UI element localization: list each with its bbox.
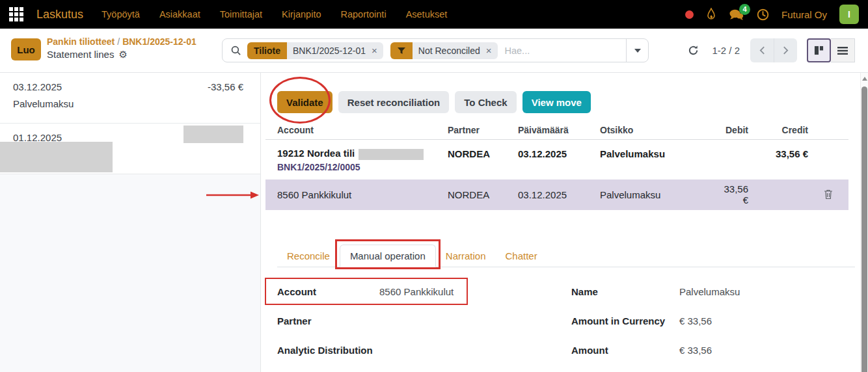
menu-kirjanpito[interactable]: Kirjanpito (282, 9, 321, 20)
row2-partner: NORDEA (448, 189, 518, 200)
header-partner: Partner (448, 125, 518, 135)
statement-lines-list: 03.12.2025 -33,56 € Palvelumaksu 01.12.2… (0, 73, 261, 372)
search-bar[interactable]: Tiliote BNK1/2025-12-01 × Not Reconciled… (222, 38, 649, 62)
header-credit: Credit (748, 125, 808, 135)
move-lines-table: Account Partner Päivämäärä Otsikko Debit… (265, 118, 848, 210)
statement-line-date: 03.12.2025 (13, 81, 62, 92)
tab-manual-operation-label: Manual operation (350, 250, 426, 261)
facet-tiliote-value: BNK1/2025-12-01 (293, 46, 366, 56)
facet-tiliote-label: Tiliote (247, 42, 287, 59)
search-facet-tiliote: Tiliote BNK1/2025-12-01 × (247, 42, 383, 59)
company-name[interactable]: Futural Oy (781, 9, 827, 20)
page-subtitle: Statement lines (47, 49, 114, 60)
row1-credit: 33,56 € (748, 148, 808, 159)
create-button[interactable]: Luo (11, 38, 41, 60)
name-label: Name (571, 286, 679, 297)
menu-asetukset[interactable]: Asetukset (406, 9, 448, 20)
analytic-distribution-label: Analytic Distribution (277, 345, 379, 356)
row2-account: 8560 Pankkikulut (277, 189, 448, 200)
account-field-row: Account 8560 Pankkikulut (277, 277, 571, 306)
header-debit: Debit (717, 125, 748, 135)
activities-clock-icon[interactable] (757, 8, 769, 21)
move-reference-link[interactable]: BNK1/2025/12/0005 (265, 162, 848, 176)
user-avatar[interactable]: I (839, 5, 859, 24)
table-row-selected[interactable]: 8560 Pankkikulut NORDEA 03.12.2025 Palve… (265, 179, 848, 210)
menu-toimittajat[interactable]: Toimittajat (220, 9, 262, 20)
delete-line-icon[interactable] (808, 189, 848, 200)
redacted-block (359, 149, 424, 160)
account-field[interactable]: 8560 Pankkikulut (379, 286, 454, 297)
gear-icon[interactable]: ⚙ (118, 49, 127, 59)
manual-operation-form: Account 8560 Pankkikulut Partner Analyti… (277, 277, 868, 365)
vertical-scrollbar (860, 73, 868, 372)
account-label: Account (277, 286, 379, 297)
facet-filter-remove-icon[interactable]: × (486, 46, 492, 55)
redacted-block (0, 142, 113, 172)
search-dropdown-toggle[interactable] (626, 39, 648, 62)
statement-line-label: Palvelumaksu (13, 98, 243, 109)
header-date: Päivämäärä (518, 125, 600, 135)
header-account: Account (277, 125, 448, 135)
view-move-button[interactable]: View move (522, 91, 591, 113)
tab-narration[interactable]: Narration (436, 245, 496, 267)
validate-label: Validate (286, 97, 323, 108)
messages-badge: 4 (739, 4, 750, 15)
amount-in-currency-label: Amount in Currency (571, 315, 679, 326)
partner-field-row: Partner (277, 306, 571, 336)
validate-button[interactable]: Validate (277, 91, 332, 113)
pager-next-button[interactable] (774, 38, 797, 62)
filter-funnel-icon (390, 42, 413, 59)
row1-label: Palvelumaksu (600, 148, 717, 159)
menu-tyopoyta[interactable]: Työpöytä (102, 9, 140, 20)
app-name[interactable]: Laskutus (36, 8, 83, 21)
name-field[interactable]: Palvelumaksu (679, 286, 740, 297)
view-switcher (807, 38, 855, 62)
menu-asiakkaat[interactable]: Asiakkaat (159, 9, 200, 20)
breadcrumb-current[interactable]: BNK1/2025-12-01 (122, 36, 197, 47)
refresh-icon[interactable] (688, 45, 699, 56)
action-buttons: Validate Reset reconciliation To Check V… (277, 91, 868, 113)
facet-filter-value: Not Reconciled (418, 46, 480, 56)
to-check-button[interactable]: To Check (455, 91, 516, 113)
row2-label: Palvelumaksu (600, 189, 717, 200)
amount-currency-field-row: Amount in Currency € 33,56 (571, 306, 868, 336)
pager-previous-button[interactable] (750, 38, 774, 62)
top-nav-bar: Laskutus Työpöytä Asiakkaat Toimittajat … (0, 0, 868, 29)
tab-manual-operation[interactable]: Manual operation (340, 245, 436, 267)
reset-reconciliation-button[interactable]: Reset reconciliation (338, 91, 450, 113)
breadcrumb-parent[interactable]: Pankin tiliotteet (47, 36, 115, 47)
scrollbar-thumb[interactable] (861, 86, 867, 372)
search-icon (230, 45, 241, 56)
row1-date: 03.12.2025 (518, 148, 600, 159)
menu-raportointi[interactable]: Raportointi (341, 9, 387, 20)
header-label: Otsikko (600, 125, 717, 135)
search-facet-filter: Not Reconciled × (390, 42, 498, 59)
search-input[interactable]: Hae... (505, 46, 530, 56)
amount-field-row: Amount € 33,56 (571, 336, 868, 365)
statement-line-amount: -33,56 € (208, 81, 243, 92)
tab-chatter[interactable]: Chatter (496, 245, 547, 267)
facet-tiliote-remove-icon[interactable]: × (372, 46, 377, 55)
kanban-view-icon[interactable] (807, 38, 831, 62)
row1-partner: NORDEA (448, 148, 518, 159)
row2-date: 03.12.2025 (518, 189, 600, 200)
table-row[interactable]: 19212 Nordea tili NORDEA 03.12.2025 Palv… (265, 140, 848, 160)
list-view-icon[interactable] (831, 38, 855, 62)
amount-label: Amount (571, 345, 679, 356)
apps-grid-icon[interactable] (9, 7, 23, 21)
amount-in-currency-field[interactable]: € 33,56 (679, 315, 712, 326)
breadcrumb-separator: / (115, 36, 122, 47)
main-menu: Työpöytä Asiakkaat Toimittajat Kirjanpit… (102, 9, 447, 20)
tab-reconcile[interactable]: Reconcile (277, 245, 340, 267)
table-header-row: Account Partner Päivämäärä Otsikko Debit… (265, 118, 848, 140)
scrollbar-up-arrow-icon[interactable] (862, 77, 867, 81)
amount-field[interactable]: € 33,56 (679, 345, 712, 356)
redacted-block (183, 126, 243, 143)
flame-icon[interactable] (706, 8, 716, 21)
partner-label: Partner (277, 315, 379, 326)
list-item[interactable]: 01.12.2025 (0, 124, 260, 174)
recording-indicator-icon (685, 10, 694, 19)
messages-icon[interactable]: 4 (729, 8, 744, 21)
notebook-tabs: Reconcile Manual operation Narration Cha… (277, 244, 855, 267)
list-item[interactable]: 03.12.2025 -33,56 € Palvelumaksu (0, 73, 260, 124)
